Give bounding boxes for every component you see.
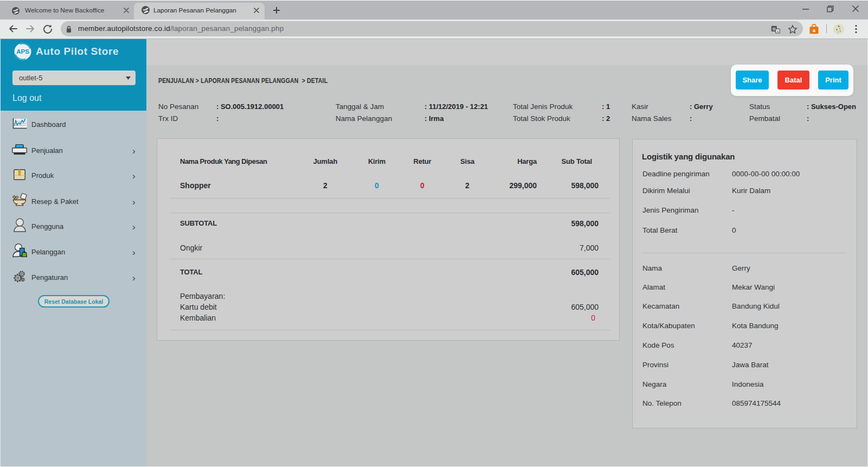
svg-text:APS: APS [16,48,29,55]
svg-text:G: G [773,27,776,31]
svg-text:a: a [813,27,816,33]
